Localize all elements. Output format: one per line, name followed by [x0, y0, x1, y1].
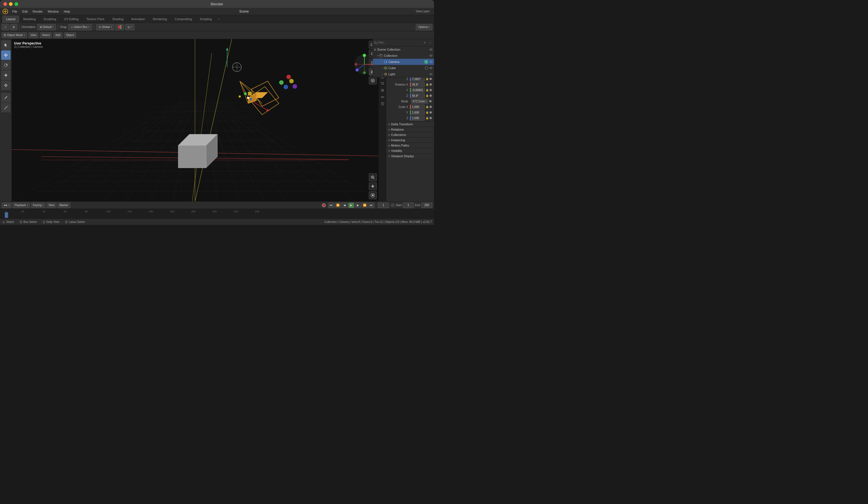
play-btn[interactable]: ▶: [348, 203, 354, 208]
view-menu-btn[interactable]: View: [46, 203, 56, 208]
delta-transform-section-header[interactable]: ▸ Delta Transform: [386, 121, 434, 127]
menu-edit[interactable]: Edit: [20, 9, 30, 14]
prev-keyframe-btn[interactable]: ⏪: [335, 203, 341, 208]
marker-menu-btn[interactable]: Marker: [58, 203, 70, 208]
add-tab-button[interactable]: +: [216, 15, 222, 23]
keyframe-mode-dot[interactable]: [429, 100, 432, 102]
motion-paths-section-header[interactable]: ▸ Motion Paths: [386, 143, 434, 148]
tab-texture-paint[interactable]: Texture Paint: [82, 16, 108, 23]
scale-z-value[interactable]: 1.000: [410, 116, 425, 121]
3d-viewport[interactable]: User Perspective (1) Collection | Camera: [12, 39, 378, 202]
add-menu-btn[interactable]: Add: [53, 32, 62, 38]
tool-cursor[interactable]: [1, 40, 11, 50]
zoom-camera-btn[interactable]: [369, 173, 377, 181]
overlay-dropdown-btn[interactable]: [369, 76, 377, 84]
camera-eye-icon[interactable]: [429, 60, 433, 64]
cube-eye-icon[interactable]: [429, 66, 433, 70]
rotation-x-value[interactable]: 45.6°: [410, 82, 425, 87]
options-dropdown[interactable]: Options ▾: [416, 24, 432, 30]
select-menu-btn[interactable]: Select: [40, 32, 52, 38]
tab-sculpting[interactable]: Sculpting: [40, 16, 60, 23]
close-button[interactable]: [3, 2, 7, 6]
lock-sy-icon[interactable]: 🔒: [426, 111, 429, 114]
tool-move[interactable]: [1, 50, 11, 60]
playback-menu-btn[interactable]: Playback ▾: [13, 203, 30, 208]
timeline-bar[interactable]: 1 20 40 60 80 100 120 140 160 180 200 22…: [0, 209, 434, 219]
pivot-btn[interactable]: [369, 191, 377, 199]
menu-window[interactable]: Window: [45, 9, 61, 14]
scene-collection-item[interactable]: ⊞ Scene Collection: [373, 47, 434, 53]
keyframe-rx-dot[interactable]: [430, 83, 432, 85]
lock-sx-icon[interactable]: 🔒: [426, 105, 429, 108]
keyframe-sy-dot[interactable]: [430, 111, 432, 114]
camera-outliner-item[interactable]: ▸ Camera: [373, 59, 434, 65]
tool-rotate[interactable]: [1, 60, 11, 70]
view-menu-btn[interactable]: View: [29, 32, 39, 38]
current-frame-input[interactable]: [378, 203, 389, 208]
outliner-filter-btn[interactable]: ≡: [422, 40, 427, 45]
outliner-filter-input[interactable]: [378, 41, 422, 44]
cube-outliner-item[interactable]: ▸ Cube: [373, 65, 434, 71]
lock-sz-icon[interactable]: 🔒: [426, 117, 429, 120]
eye-icon[interactable]: [429, 48, 433, 51]
tab-modeling[interactable]: Modeling: [19, 16, 40, 23]
proportional-edit-btn[interactable]: ◎ ▾: [125, 24, 135, 30]
tab-scripting[interactable]: Scripting: [196, 16, 216, 23]
scale-y-value[interactable]: 1.000: [410, 110, 425, 115]
menu-help[interactable]: Help: [62, 9, 72, 14]
keyframe-sz-dot[interactable]: [430, 117, 432, 119]
object-mode-dropdown[interactable]: ⊟ Object Mode ▾: [2, 32, 27, 38]
keying-menu-btn[interactable]: Keying ▾: [31, 203, 45, 208]
rotation-z-value[interactable]: 56.8°: [410, 93, 425, 98]
menu-file[interactable]: File: [10, 9, 20, 14]
snapping-btn[interactable]: 🧲: [115, 24, 124, 30]
transform-pivot-btn[interactable]: ⤢: [2, 24, 9, 30]
tab-layout[interactable]: Layout: [2, 16, 19, 23]
tab-uv-editing[interactable]: UV Editing: [60, 16, 82, 23]
lock-rz-icon[interactable]: 🔒: [426, 94, 429, 97]
collection-eye-icon[interactable]: [429, 54, 433, 58]
light-eye-icon[interactable]: [429, 72, 433, 76]
constraints-props-icon[interactable]: [380, 94, 386, 100]
collections-section-header[interactable]: ▸ Collections: [386, 132, 434, 137]
keyframe-z-dot[interactable]: [430, 78, 432, 80]
jump-start-btn[interactable]: ⏮: [328, 203, 334, 208]
tool-annotate[interactable]: [1, 93, 11, 102]
tool-transform[interactable]: [1, 81, 11, 90]
orientation-dropdown[interactable]: ⊞ Default ▾: [37, 24, 56, 30]
tab-rendering[interactable]: Rendering: [149, 16, 171, 23]
instancing-section-header[interactable]: ▸ Instancing: [386, 137, 434, 143]
viewport-display-section-header[interactable]: ▸ Viewport Display: [386, 153, 434, 158]
end-frame-input[interactable]: [421, 203, 432, 208]
pan-btn[interactable]: [369, 182, 377, 190]
outliner-sort-btn[interactable]: ↕: [428, 40, 433, 45]
physics-props-icon[interactable]: [380, 87, 386, 93]
prev-frame-btn[interactable]: ◀: [341, 203, 348, 208]
light-outliner-item[interactable]: ▸ Light: [373, 71, 434, 77]
tab-shading[interactable]: Shading: [108, 16, 127, 23]
jump-end-btn[interactable]: ⏭: [368, 203, 374, 208]
keyframe-sx-dot[interactable]: [430, 106, 432, 108]
keyframe-rz-dot[interactable]: [430, 94, 432, 97]
lock-ry-icon[interactable]: 🔒: [426, 89, 429, 91]
pivot-point-dropdown[interactable]: ⊙ Global ▾: [96, 24, 114, 30]
timeline-editor-type-btn[interactable]: ▾: [2, 203, 11, 208]
snap-btn[interactable]: ⊕: [10, 24, 17, 30]
collection-item[interactable]: ▾ Collection: [373, 53, 434, 59]
tab-animation[interactable]: Animation: [127, 16, 149, 23]
next-frame-btn[interactable]: ▶: [355, 203, 361, 208]
lock-rx-icon[interactable]: 🔒: [426, 83, 429, 86]
keyframe-ry-dot[interactable]: [430, 89, 432, 91]
scale-x-value[interactable]: 1.000: [410, 105, 425, 109]
maximize-button[interactable]: [14, 2, 18, 6]
data-props-icon[interactable]: [380, 101, 386, 107]
visibility-section-header[interactable]: ▸ Visibility: [386, 148, 434, 153]
rotation-mode-dropdown[interactable]: XYZ Euler ▾: [411, 99, 428, 104]
menu-render[interactable]: Render: [30, 9, 45, 14]
drag-mode-dropdown[interactable]: ▭ Select Box ▾: [68, 24, 92, 30]
rotation-y-value[interactable]: -0.00001: [410, 88, 425, 93]
relations-section-header[interactable]: ▸ Relations: [386, 127, 434, 132]
record-button[interactable]: [322, 203, 326, 207]
tab-compositing[interactable]: Compositing: [171, 16, 196, 23]
navigation-gizmo[interactable]: X Y Z: [353, 53, 375, 75]
